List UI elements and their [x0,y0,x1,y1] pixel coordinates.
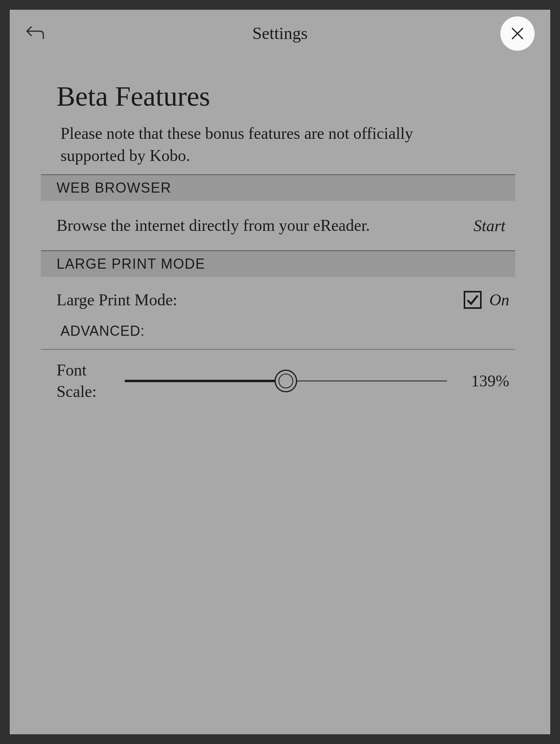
header-bar: Settings [10,10,550,57]
advanced-label: ADVANCED: [45,319,515,349]
web-browser-description: Browse the internet directly from your e… [57,214,370,237]
back-button[interactable] [25,25,44,42]
large-print-label: Large Print Mode: [57,291,177,309]
slider-thumb-inner [278,374,293,388]
large-print-checkbox[interactable] [464,291,482,309]
header-title: Settings [252,23,308,43]
font-scale-value: 139% [464,372,511,390]
back-arrow-icon [25,25,44,41]
section-header-large-print: LARGE PRINT MODE [41,250,515,277]
settings-screen: Settings Beta Features Please note that … [10,10,550,734]
large-print-row: Large Print Mode: On [45,277,515,319]
web-browser-start-button[interactable]: Start [473,216,511,235]
slider-track-active [125,380,286,382]
large-print-status: On [489,291,509,309]
web-browser-row: Browse the internet directly from your e… [45,201,515,250]
page-subtitle: Please note that these bonus features ar… [60,122,458,167]
close-icon [510,27,525,41]
font-scale-label: Font Scale: [57,360,107,402]
content-area: Beta Features Please note that these bon… [10,57,550,402]
section-header-web-browser: WEB BROWSER [41,174,515,201]
close-button[interactable] [500,16,535,51]
page-title: Beta Features [57,80,515,113]
font-scale-row: Font Scale: 139% [45,350,515,402]
font-scale-slider[interactable] [125,369,447,393]
slider-thumb[interactable] [275,370,297,392]
large-print-checkbox-group: On [464,291,511,309]
checkmark-icon [466,293,479,306]
